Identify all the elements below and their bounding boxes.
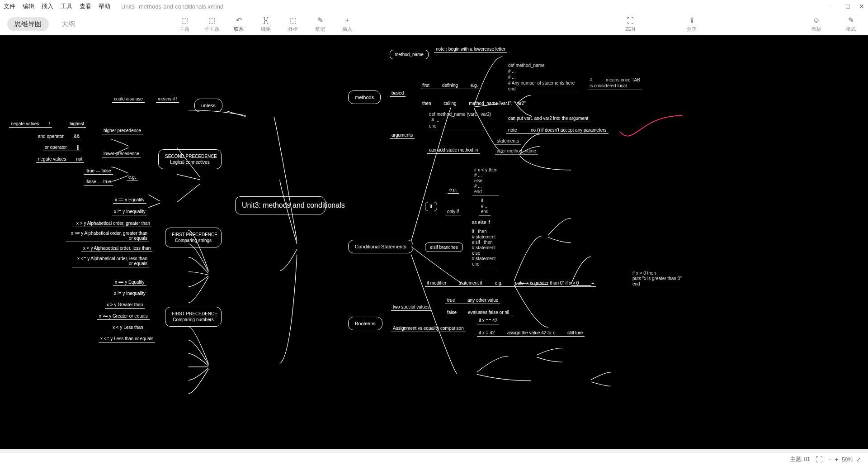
leaf[interactable]: or operator || [43, 145, 81, 151]
leaf[interactable]: e.g. [127, 175, 138, 181]
document-filename: Unit3--methods-and-conditionals.xmind [121, 3, 223, 10]
leaf[interactable]: as else if [470, 220, 491, 226]
leaf[interactable]: x != y Inequality [112, 209, 147, 215]
leaf[interactable]: first defining e.g. [420, 83, 480, 89]
leaf[interactable]: can put var1 and var2 into the argument [506, 116, 590, 122]
leaf[interactable]: lower precedence [102, 151, 141, 157]
leaf[interactable]: if then # statement elsif then # stateme… [470, 229, 497, 268]
format-button[interactable]: ✎格式 [841, 16, 861, 33]
topic-conditionals[interactable]: Conditional Statements [348, 240, 413, 253]
leaf[interactable]: def method_name (var1 , var2) # ... end [427, 111, 493, 130]
minimize-button[interactable]: — [831, 3, 837, 10]
leaf[interactable]: x == y Equality [113, 197, 146, 204]
summary-icon: }{ [253, 16, 278, 25]
leaf[interactable]: arguments [390, 133, 415, 139]
leaf[interactable]: # means once TAB is considered local [588, 77, 642, 90]
leaf[interactable]: !false --- true [84, 179, 113, 185]
summary-button[interactable]: }{概要 [253, 16, 278, 33]
topic-button[interactable]: ⬚主题 [172, 16, 197, 33]
statusbar: 主题: 81 ⛶ − + 59% ⤢ [0, 452, 868, 466]
share-button[interactable]: ⇪分享 [682, 16, 702, 33]
central-topic[interactable]: Unit3: methods and conditionals [235, 196, 326, 214]
leaf[interactable]: if x = 42 assign the value 42 to x still… [477, 330, 585, 337]
leaf[interactable]: note no () if doesn't accept any paramet… [506, 128, 609, 134]
leaf[interactable]: if modifier statement if e.g. puts "x is… [425, 281, 596, 287]
leaf[interactable]: note : begin with a lowercase letter [434, 47, 507, 53]
topic-precedence-logical[interactable]: SECOND PRECEDENCELogical connectives [158, 149, 222, 169]
note-icon: ✎ [307, 16, 333, 25]
menu-help[interactable]: 帮助 [99, 2, 110, 10]
leaf[interactable]: and operator && [36, 134, 81, 140]
insert-icon: + [335, 16, 360, 25]
window-controls: — □ ✕ [831, 0, 864, 13]
menu-tools[interactable]: 工具 [61, 2, 72, 10]
topic-precedence-strings[interactable]: FIRST PRECEDENCEComparing strings [165, 228, 222, 247]
leaf[interactable]: x == y Equality [113, 280, 146, 286]
leaf[interactable]: two special values [391, 304, 431, 311]
close-button[interactable]: ✕ [859, 3, 864, 10]
leaf[interactable]: if # ... end [479, 198, 491, 216]
leaf[interactable]: false evaluates false or nil [445, 310, 511, 316]
insert-button[interactable]: +插入 [335, 16, 360, 33]
boundary-button[interactable]: ⬚外框 [280, 16, 306, 33]
leaf[interactable]: x >= y Greater or equals [97, 314, 150, 320]
leaf[interactable]: only if [445, 209, 461, 215]
leaf[interactable]: based [390, 90, 406, 97]
topic-booleans[interactable]: Booleans [348, 317, 382, 330]
leaf[interactable]: can add static method in [427, 147, 480, 154]
share-icon: ⇪ [682, 16, 702, 25]
subtopic-elsif[interactable]: elsif branches [425, 243, 463, 252]
leaf[interactable]: Assignment vs equality comparison [391, 326, 466, 332]
leaf[interactable]: could also use [112, 96, 145, 103]
leaf[interactable]: if x < y then # ... else # ... end [472, 167, 499, 196]
leaf[interactable]: true any other value [445, 298, 500, 304]
menu-view[interactable]: 查看 [80, 2, 91, 10]
maximize-button[interactable]: □ [846, 3, 850, 10]
topic-methods[interactable]: methods [348, 90, 381, 104]
leaf[interactable]: x >= y Alphabetical order, greater than … [66, 231, 149, 242]
note-button[interactable]: ✎笔记 [307, 16, 333, 33]
leaf[interactable]: then calling method_name "var1", "var2" [420, 101, 528, 107]
tab-outline[interactable]: 大纲 [54, 17, 82, 31]
zoom-fit-icon[interactable]: ⤢ [856, 456, 861, 463]
zoom-in-button[interactable]: + [835, 456, 838, 463]
leaf[interactable]: if x == 42 [477, 318, 499, 324]
view-tabs: 思维导图 大纲 [7, 17, 82, 31]
leaf[interactable]: x <= y Alphabetical order, less than or … [72, 256, 149, 267]
leaf[interactable]: e.g. [448, 187, 459, 194]
subtopic-button[interactable]: ⬚子主题 [199, 16, 224, 33]
leaf[interactable]: !true --- false [84, 168, 113, 175]
topic-precedence-numbers[interactable]: FIRST PRECEDENCEComparing numbers [165, 307, 222, 327]
zoom-out-button[interactable]: − [828, 456, 831, 463]
menu-edit[interactable]: 编辑 [23, 2, 34, 10]
tab-mindmap[interactable]: 思维导图 [7, 17, 49, 31]
leaf[interactable]: after method_name [495, 148, 538, 155]
leaf[interactable]: x > y Alphabetical order, greater than [75, 221, 152, 227]
leaf[interactable]: x <= y Less than or equals [99, 336, 155, 342]
mindmap-canvas[interactable]: Unit3: methods and conditionals unless c… [0, 35, 868, 452]
icons-button[interactable]: ☺图标 [807, 16, 826, 33]
zoom-level[interactable]: 59% [842, 456, 853, 463]
leaf[interactable]: x < y Alphabetical order, less than [81, 246, 152, 252]
horizontal-scrollbar[interactable] [0, 449, 868, 452]
leaf[interactable]: higher precedence [102, 128, 143, 134]
leaf[interactable]: negate values not [36, 157, 84, 163]
leaf[interactable]: x != y Inequality [112, 291, 147, 297]
zen-button[interactable]: ⛶ZEN [620, 16, 640, 32]
leaf[interactable]: if x > 0 then puts "x is greater than 0"… [631, 271, 684, 288]
menu-insert[interactable]: 插入 [42, 2, 53, 10]
leaf[interactable]: statements [495, 138, 521, 145]
smile-icon: ☺ [807, 16, 826, 25]
leaf[interactable]: highest [68, 121, 86, 128]
subtopic-method-name[interactable]: method_name [390, 50, 429, 59]
leaf[interactable]: means if ! [156, 96, 179, 103]
leaf[interactable]: x > y Greater than [105, 302, 145, 309]
leaf[interactable]: def method_name # ... # ... # Any number… [506, 62, 576, 93]
topic-unless[interactable]: unless [194, 99, 222, 112]
leaf[interactable]: x < y Less than [111, 325, 145, 331]
menu-file[interactable]: 文件 [4, 2, 15, 10]
subtopic-if[interactable]: if [425, 202, 437, 211]
relation-button[interactable]: ↶联系 [226, 16, 251, 33]
leaf[interactable]: negate values ! [9, 121, 52, 128]
map-icon[interactable]: ⛶ [816, 456, 823, 464]
